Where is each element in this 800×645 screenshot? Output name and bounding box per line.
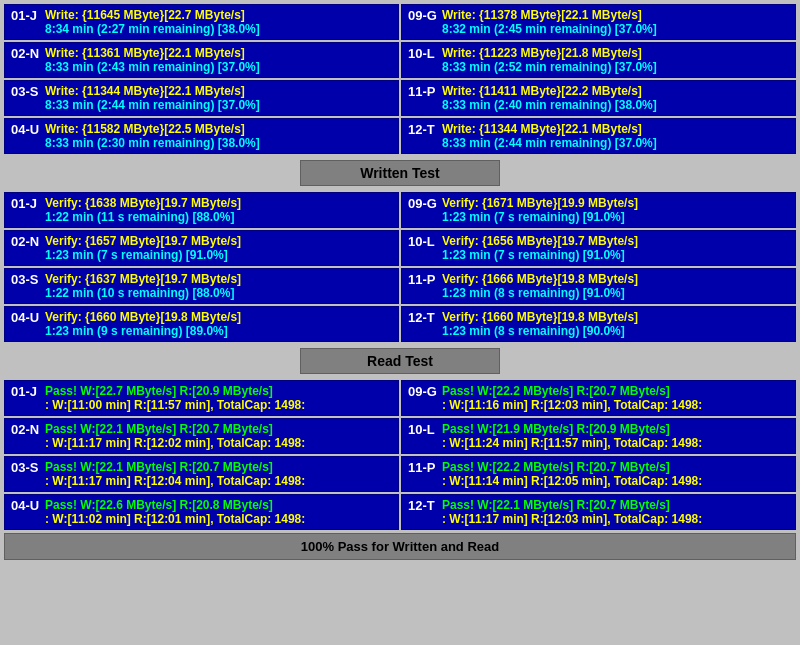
cell-line1: Pass! W:[22.1 MByte/s] R:[20.7 MByte/s] bbox=[442, 498, 702, 512]
cell-line1: Pass! W:[22.7 MByte/s] R:[20.9 MByte/s] bbox=[45, 384, 305, 398]
cell-label: 04-U bbox=[11, 122, 41, 137]
cell-content: Verify: {1638 MByte}[19.7 MByte/s]1:22 m… bbox=[45, 196, 392, 224]
cell-line1: Verify: {1657 MByte}[19.7 MByte/s] bbox=[45, 234, 392, 248]
cell-label: 01-J bbox=[11, 196, 41, 211]
cell-line1: Write: {11645 MByte}[22.7 MByte/s] bbox=[45, 8, 392, 22]
cell-content: Write: {11582 MByte}[22.5 MByte/s]8:33 m… bbox=[45, 122, 392, 150]
cell-line1: Verify: {1660 MByte}[19.8 MByte/s] bbox=[442, 310, 789, 324]
cell-line1: Verify: {1671 MByte}[19.9 MByte/s] bbox=[442, 196, 789, 210]
cell-line1: Verify: {1660 MByte}[19.8 MByte/s] bbox=[45, 310, 392, 324]
cell-label: 03-S bbox=[11, 84, 41, 99]
cell-line1: Pass! W:[22.1 MByte/s] R:[20.7 MByte/s] bbox=[45, 460, 305, 474]
pass-grid: 01-JPass! W:[22.7 MByte/s] R:[20.9 MByte… bbox=[4, 380, 796, 530]
cell-12-t: 12-TVerify: {1660 MByte}[19.8 MByte/s]1:… bbox=[401, 306, 796, 342]
cell-label: 02-N bbox=[11, 422, 41, 437]
pass-cell-01-j: 01-JPass! W:[22.7 MByte/s] R:[20.9 MByte… bbox=[4, 380, 399, 416]
pass-cell-10-l: 10-LPass! W:[21.9 MByte/s] R:[20.9 MByte… bbox=[401, 418, 796, 454]
cell-content: Pass! W:[21.9 MByte/s] R:[20.9 MByte/s]:… bbox=[442, 422, 702, 450]
cell-line2: : W:[11:24 min] R:[11:57 min], TotalCap:… bbox=[442, 436, 702, 450]
cell-label: 09-G bbox=[408, 384, 438, 399]
cell-label: 12-T bbox=[408, 498, 438, 513]
cell-09-g: 09-GVerify: {1671 MByte}[19.9 MByte/s]1:… bbox=[401, 192, 796, 228]
write-section: 01-JWrite: {11645 MByte}[22.7 MByte/s]8:… bbox=[4, 4, 796, 190]
cell-line2: : W:[11:16 min] R:[12:03 min], TotalCap:… bbox=[442, 398, 702, 412]
cell-line2: 1:23 min (9 s remaining) [89.0%] bbox=[45, 324, 392, 338]
cell-line1: Pass! W:[21.9 MByte/s] R:[20.9 MByte/s] bbox=[442, 422, 702, 436]
cell-label: 11-P bbox=[408, 272, 438, 287]
cell-line1: Pass! W:[22.6 MByte/s] R:[20.8 MByte/s] bbox=[45, 498, 305, 512]
cell-line2: 8:33 min (2:44 min remaining) [37.0%] bbox=[442, 136, 789, 150]
cell-label: 10-L bbox=[408, 234, 438, 249]
cell-04-u: 04-UWrite: {11582 MByte}[22.5 MByte/s]8:… bbox=[4, 118, 399, 154]
cell-line2: 8:33 min (2:52 min remaining) [37.0%] bbox=[442, 60, 789, 74]
verify-section: 01-JVerify: {1638 MByte}[19.7 MByte/s]1:… bbox=[4, 192, 796, 378]
footer-bar: 100% Pass for Written and Read bbox=[4, 533, 796, 560]
pass-cell-02-n: 02-NPass! W:[22.1 MByte/s] R:[20.7 MByte… bbox=[4, 418, 399, 454]
cell-label: 04-U bbox=[11, 498, 41, 513]
cell-line1: Verify: {1637 MByte}[19.7 MByte/s] bbox=[45, 272, 392, 286]
cell-content: Verify: {1660 MByte}[19.8 MByte/s]1:23 m… bbox=[442, 310, 789, 338]
cell-content: Write: {11411 MByte}[22.2 MByte/s]8:33 m… bbox=[442, 84, 789, 112]
cell-line2: 8:33 min (2:43 min remaining) [37.0%] bbox=[45, 60, 392, 74]
cell-content: Verify: {1671 MByte}[19.9 MByte/s]1:23 m… bbox=[442, 196, 789, 224]
cell-line1: Write: {11344 MByte}[22.1 MByte/s] bbox=[45, 84, 392, 98]
cell-11-p: 11-PVerify: {1666 MByte}[19.8 MByte/s]1:… bbox=[401, 268, 796, 304]
cell-label: 11-P bbox=[408, 460, 438, 475]
cell-label: 10-L bbox=[408, 46, 438, 61]
cell-line2: 8:32 min (2:45 min remaining) [37.0%] bbox=[442, 22, 789, 36]
cell-line2: 1:23 min (7 s remaining) [91.0%] bbox=[45, 248, 392, 262]
cell-line2: : W:[11:17 min] R:[12:03 min], TotalCap:… bbox=[442, 512, 702, 526]
cell-line2: : W:[11:00 min] R:[11:57 min], TotalCap:… bbox=[45, 398, 305, 412]
pass-cell-03-s: 03-SPass! W:[22.1 MByte/s] R:[20.7 MByte… bbox=[4, 456, 399, 492]
cell-line1: Verify: {1666 MByte}[19.8 MByte/s] bbox=[442, 272, 789, 286]
cell-content: Verify: {1637 MByte}[19.7 MByte/s]1:22 m… bbox=[45, 272, 392, 300]
cell-content: Pass! W:[22.2 MByte/s] R:[20.7 MByte/s]:… bbox=[442, 384, 702, 412]
cell-content: Pass! W:[22.1 MByte/s] R:[20.7 MByte/s]:… bbox=[442, 498, 702, 526]
cell-content: Pass! W:[22.2 MByte/s] R:[20.7 MByte/s]:… bbox=[442, 460, 702, 488]
cell-content: Write: {11344 MByte}[22.1 MByte/s]8:33 m… bbox=[442, 122, 789, 150]
cell-02-n: 02-NWrite: {11361 MByte}[22.1 MByte/s]8:… bbox=[4, 42, 399, 78]
cell-content: Verify: {1657 MByte}[19.7 MByte/s]1:23 m… bbox=[45, 234, 392, 262]
cell-12-t: 12-TWrite: {11344 MByte}[22.1 MByte/s]8:… bbox=[401, 118, 796, 154]
cell-02-n: 02-NVerify: {1657 MByte}[19.7 MByte/s]1:… bbox=[4, 230, 399, 266]
cell-line2: 1:22 min (10 s remaining) [88.0%] bbox=[45, 286, 392, 300]
cell-01-j: 01-JVerify: {1638 MByte}[19.7 MByte/s]1:… bbox=[4, 192, 399, 228]
write-grid: 01-JWrite: {11645 MByte}[22.7 MByte/s]8:… bbox=[4, 4, 796, 154]
cell-content: Write: {11645 MByte}[22.7 MByte/s]8:34 m… bbox=[45, 8, 392, 36]
cell-line1: Write: {11582 MByte}[22.5 MByte/s] bbox=[45, 122, 392, 136]
cell-content: Pass! W:[22.6 MByte/s] R:[20.8 MByte/s]:… bbox=[45, 498, 305, 526]
verify-grid: 01-JVerify: {1638 MByte}[19.7 MByte/s]1:… bbox=[4, 192, 796, 342]
cell-10-l: 10-LWrite: {11223 MByte}[21.8 MByte/s]8:… bbox=[401, 42, 796, 78]
cell-content: Write: {11344 MByte}[22.1 MByte/s]8:33 m… bbox=[45, 84, 392, 112]
cell-content: Write: {11223 MByte}[21.8 MByte/s]8:33 m… bbox=[442, 46, 789, 74]
cell-content: Pass! W:[22.7 MByte/s] R:[20.9 MByte/s]:… bbox=[45, 384, 305, 412]
cell-label: 01-J bbox=[11, 8, 41, 23]
cell-content: Write: {11378 MByte}[22.1 MByte/s]8:32 m… bbox=[442, 8, 789, 36]
cell-line2: 8:33 min (2:40 min remaining) [38.0%] bbox=[442, 98, 789, 112]
cell-label: 04-U bbox=[11, 310, 41, 325]
pass-cell-11-p: 11-PPass! W:[22.2 MByte/s] R:[20.7 MByte… bbox=[401, 456, 796, 492]
cell-09-g: 09-GWrite: {11378 MByte}[22.1 MByte/s]8:… bbox=[401, 4, 796, 40]
cell-label: 09-G bbox=[408, 196, 438, 211]
cell-content: Verify: {1666 MByte}[19.8 MByte/s]1:23 m… bbox=[442, 272, 789, 300]
cell-content: Verify: {1660 MByte}[19.8 MByte/s]1:23 m… bbox=[45, 310, 392, 338]
cell-line1: Verify: {1656 MByte}[19.7 MByte/s] bbox=[442, 234, 789, 248]
cell-line1: Write: {11361 MByte}[22.1 MByte/s] bbox=[45, 46, 392, 60]
cell-line1: Write: {11223 MByte}[21.8 MByte/s] bbox=[442, 46, 789, 60]
cell-label: 10-L bbox=[408, 422, 438, 437]
cell-label: 12-T bbox=[408, 122, 438, 137]
cell-label: 03-S bbox=[11, 460, 41, 475]
write-section-header: Written Test bbox=[300, 160, 500, 186]
cell-10-l: 10-LVerify: {1656 MByte}[19.7 MByte/s]1:… bbox=[401, 230, 796, 266]
cell-line1: Write: {11378 MByte}[22.1 MByte/s] bbox=[442, 8, 789, 22]
pass-cell-09-g: 09-GPass! W:[22.2 MByte/s] R:[20.7 MByte… bbox=[401, 380, 796, 416]
cell-label: 03-S bbox=[11, 272, 41, 287]
cell-line2: 1:23 min (8 s remaining) [90.0%] bbox=[442, 324, 789, 338]
cell-content: Write: {11361 MByte}[22.1 MByte/s]8:33 m… bbox=[45, 46, 392, 74]
cell-content: Verify: {1656 MByte}[19.7 MByte/s]1:23 m… bbox=[442, 234, 789, 262]
cell-line1: Write: {11411 MByte}[22.2 MByte/s] bbox=[442, 84, 789, 98]
cell-03-s: 03-SWrite: {11344 MByte}[22.1 MByte/s]8:… bbox=[4, 80, 399, 116]
cell-content: Pass! W:[22.1 MByte/s] R:[20.7 MByte/s]:… bbox=[45, 460, 305, 488]
pass-section: 01-JPass! W:[22.7 MByte/s] R:[20.9 MByte… bbox=[4, 380, 796, 530]
cell-line2: 8:33 min (2:44 min remaining) [37.0%] bbox=[45, 98, 392, 112]
